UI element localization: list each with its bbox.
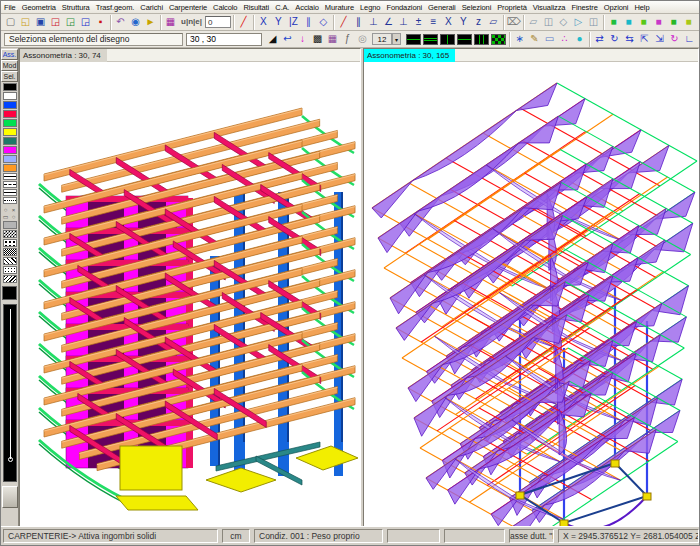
sketch-icon[interactable]: ✎ <box>527 32 542 46</box>
window-layout-grid[interactable] <box>491 34 506 45</box>
triple-lines-icon[interactable]: ≡ <box>426 15 441 29</box>
key-icon[interactable]: ► <box>143 15 158 29</box>
menu-item-geometria[interactable]: Geometria <box>19 3 59 12</box>
solid-box-icon-6[interactable]: ■ <box>681 15 696 29</box>
function-icon[interactable]: ƒ <box>340 32 355 46</box>
menu-item-propriet[interactable]: Proprietà <box>494 3 530 12</box>
ruler-icon[interactable]: ▭ <box>542 32 557 46</box>
archive-blue-icon[interactable]: ◲ <box>78 15 93 29</box>
pattern-swatch-2[interactable] <box>3 239 17 247</box>
pattern-swatch-4[interactable] <box>3 257 17 265</box>
new-file-icon[interactable]: ▢ <box>3 15 18 29</box>
angle-icon[interactable]: ∠ <box>381 15 396 29</box>
color-swatch-ffffff[interactable] <box>3 92 17 100</box>
pattern-swatch-3[interactable] <box>3 248 17 256</box>
menu-item-opzioni[interactable]: Opzioni <box>601 3 632 12</box>
menu-item-acciaio[interactable]: Acciaio <box>292 3 321 12</box>
menu-item-selezioni[interactable]: Selezioni <box>459 3 495 12</box>
mirror-icon[interactable]: ⇆ <box>622 32 637 46</box>
archive-green-icon[interactable]: ◲ <box>63 15 78 29</box>
red-line-icon[interactable]: ╱ <box>236 15 251 29</box>
window-layout-quad[interactable] <box>457 34 472 45</box>
eraser-icon[interactable]: ⌦ <box>506 15 521 29</box>
linestyle-swatch-1[interactable] <box>3 181 17 188</box>
wire-box-icon-1[interactable]: ▱ <box>526 15 541 29</box>
color-swatch-00e050[interactable] <box>3 119 17 127</box>
save-icon[interactable]: ▣ <box>33 15 48 29</box>
menu-item-trasfgeom[interactable]: Trasf.geom. <box>93 3 138 12</box>
mod-button[interactable]: Mod <box>1 60 18 71</box>
wire-box-icon-3[interactable]: ◇ <box>556 15 571 29</box>
solid-box-icon-1[interactable]: ■ <box>606 15 621 29</box>
window-layout-vsplit[interactable] <box>440 34 455 45</box>
rotate-icon[interactable]: ↻ <box>607 32 622 46</box>
refresh-icon[interactable]: ↻ <box>667 32 682 46</box>
menu-item-ca[interactable]: C.A. <box>272 3 292 12</box>
pattern-swatch-5[interactable] <box>3 266 17 274</box>
menu-item-finestre[interactable]: Finestre <box>568 3 600 12</box>
mini-symbol-3[interactable]: ○ <box>10 213 18 220</box>
linestyle-swatch-2[interactable] <box>3 189 17 196</box>
window-layout-single[interactable] <box>406 34 421 45</box>
mini-symbol-1[interactable]: × <box>10 206 18 213</box>
scale-icon[interactable]: ⇲ <box>652 32 667 46</box>
wire-box-icon-2[interactable]: ◫ <box>541 15 556 29</box>
solid-box-icon-7[interactable]: ■ <box>696 15 699 29</box>
measure-x-icon[interactable]: X <box>441 15 456 29</box>
solid-box-icon-2[interactable]: ■ <box>621 15 636 29</box>
sel-button[interactable]: Sel. <box>1 71 18 82</box>
dots-icon[interactable]: ∴ <box>557 32 572 46</box>
level-icon[interactable]: ± <box>411 15 426 29</box>
color-swatch-1f7868[interactable] <box>3 137 17 145</box>
axis-x-icon[interactable]: X <box>256 15 271 29</box>
window-layout-triple[interactable] <box>474 34 489 45</box>
stretch-icon[interactable]: ⇱ <box>637 32 652 46</box>
circle-tool-icon[interactable]: ◎ <box>355 32 370 46</box>
solid-box-icon-4[interactable]: ■ <box>651 15 666 29</box>
exit-icon[interactable]: ▪ <box>93 15 108 29</box>
axis-y-icon[interactable]: Y <box>271 15 286 29</box>
perp-base-icon[interactable]: ⊥ <box>396 15 411 29</box>
parallel-lines-icon[interactable]: ∥ <box>301 15 316 29</box>
open-folder-icon[interactable]: ◱ <box>18 15 33 29</box>
archive-red-icon[interactable]: ◲ <box>48 15 63 29</box>
menu-item-visualizza[interactable]: Visualizza <box>530 3 569 12</box>
color-grid-icon[interactable]: ▦ <box>325 32 340 46</box>
color-swatch-ff00ff[interactable] <box>3 146 17 154</box>
panel-scroll-button[interactable] <box>2 486 18 508</box>
mini-symbol-0[interactable]: ○ <box>2 206 10 213</box>
window-layout-hsplit[interactable] <box>423 34 438 45</box>
pattern-swatch-1[interactable] <box>3 230 17 238</box>
coordinate-input[interactable] <box>186 33 262 46</box>
perpendicular-icon[interactable]: ⊥ <box>366 15 381 29</box>
parallel-icon[interactable]: ∥ <box>351 15 366 29</box>
undo-icon[interactable]: ↶ <box>113 15 128 29</box>
menu-item-carpenterie[interactable]: Carpenterie <box>166 3 210 12</box>
dark-grid-icon[interactable]: ▩ <box>310 32 325 46</box>
menu-item-carichi[interactable]: Carichi <box>137 3 166 12</box>
color-swatch-000000[interactable] <box>3 83 17 91</box>
corner-icon[interactable]: ∟ <box>682 32 697 46</box>
color-swatch-ffff00[interactable] <box>3 128 17 136</box>
color-swatch-0044ff[interactable] <box>3 101 17 109</box>
layer-slider-thumb[interactable] <box>8 457 13 462</box>
orbit-icon[interactable]: ◉ <box>128 15 143 29</box>
color-swatch-9ab0ff[interactable] <box>3 155 17 163</box>
layer-slider[interactable] <box>3 304 17 482</box>
pan-arrow-icon[interactable]: ↩ <box>280 32 295 46</box>
menu-item-calcolo[interactable]: Calcolo <box>210 3 240 12</box>
wire-box-icon-4[interactable]: ◫ <box>586 15 601 29</box>
une-label[interactable]: u|n|e| <box>178 15 205 29</box>
linestyle-swatch-0[interactable] <box>3 173 17 180</box>
measure-y-icon[interactable]: Y <box>456 15 471 29</box>
right-model-canvas[interactable] <box>364 62 698 527</box>
measure-z-icon[interactable]: z <box>471 15 486 29</box>
menu-item-risultati[interactable]: Risultati <box>240 3 272 12</box>
menu-item-legno[interactable]: Legno <box>357 3 383 12</box>
axis-z-icon[interactable]: |Z <box>286 15 301 29</box>
menu-item-help[interactable]: Help <box>631 3 652 12</box>
dot-icon[interactable]: ● <box>572 32 587 46</box>
mini-symbol-2[interactable]: ▭ <box>2 213 10 220</box>
pattern-swatch-6[interactable] <box>3 275 17 283</box>
move-icon[interactable]: ⇄ <box>592 32 607 46</box>
